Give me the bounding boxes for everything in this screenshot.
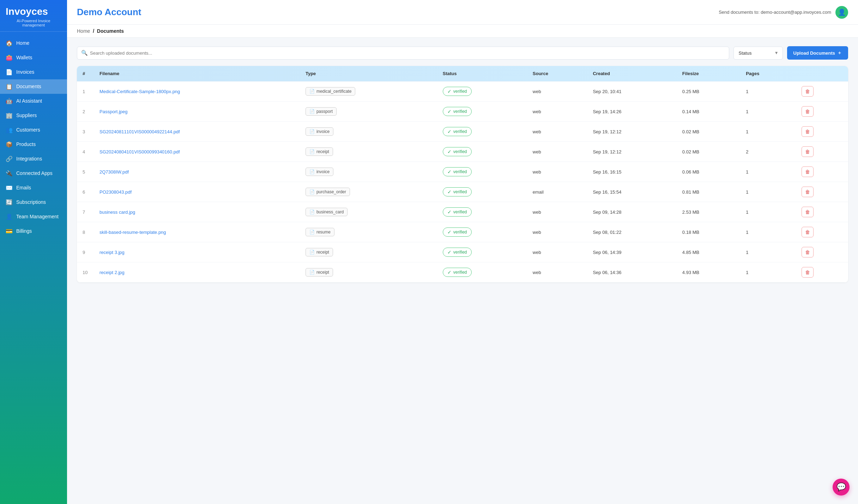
page-title: Demo Account <box>77 7 141 18</box>
sidebar-item-connected-apps[interactable]: 🔌Connected Apps <box>0 166 67 181</box>
sidebar-item-suppliers[interactable]: 🏢Suppliers <box>0 108 67 123</box>
row-num: 9 <box>77 242 94 262</box>
delete-button[interactable]: 🗑 <box>802 106 814 117</box>
table-row: 5 2Q7308IW.pdf 📄invoice ✓verified web Se… <box>77 162 848 182</box>
sidebar-item-invoices[interactable]: 📄Invoices <box>0 65 67 79</box>
status-badge: ✓verified <box>443 227 472 237</box>
search-input[interactable] <box>77 47 729 60</box>
row-created: Sep 06, 14:36 <box>587 262 676 283</box>
documents-table: #FilenameTypeStatusSourceCreatedFilesize… <box>77 66 848 283</box>
upload-documents-button[interactable]: Upload Documents ＋ <box>787 46 848 60</box>
sidebar-item-team-management[interactable]: 👤Team Management <box>0 210 67 224</box>
sidebar-item-label: Billings <box>16 228 32 234</box>
row-type: 📄passport <box>300 102 437 122</box>
doc-icon: 📄 <box>309 169 315 174</box>
sidebar-item-customers[interactable]: 👥Customers <box>0 123 67 137</box>
verified-icon: ✓ <box>447 229 452 235</box>
verified-icon: ✓ <box>447 129 452 134</box>
row-filesize: 0.25 MB <box>677 81 740 102</box>
row-type: 📄receipt <box>300 262 437 283</box>
row-filename: receipt 2.jpg <box>94 262 300 283</box>
delete-button[interactable]: 🗑 <box>802 227 814 237</box>
delete-button[interactable]: 🗑 <box>802 126 814 137</box>
filename-link[interactable]: business card.jpg <box>99 210 135 215</box>
row-created: Sep 19, 12:12 <box>587 142 676 162</box>
row-status: ✓verified <box>437 81 527 102</box>
filename-link[interactable]: Passport.jpeg <box>99 109 128 114</box>
row-type: 📄business_card <box>300 202 437 222</box>
filename-link[interactable]: 2Q7308IW.pdf <box>99 169 129 175</box>
sidebar-item-wallets[interactable]: 👛Wallets <box>0 50 67 65</box>
row-source: web <box>527 102 587 122</box>
doc-icon: 📄 <box>309 89 315 94</box>
sidebar-item-ai-assistant[interactable]: 🤖AI Assistant <box>0 94 67 108</box>
breadcrumb-separator: / <box>93 28 94 34</box>
row-filename: SG20240804101VIS000099340160.pdf <box>94 142 300 162</box>
delete-button[interactable]: 🗑 <box>802 187 814 197</box>
col-pages: Pages <box>740 66 796 81</box>
row-status: ✓verified <box>437 142 527 162</box>
sidebar-item-label: Emails <box>16 185 31 190</box>
row-source: web <box>527 162 587 182</box>
delete-button[interactable]: 🗑 <box>802 86 814 97</box>
row-num: 5 <box>77 162 94 182</box>
delete-button[interactable]: 🗑 <box>802 267 814 278</box>
row-created: Sep 19, 14:26 <box>587 102 676 122</box>
table-body: 1 Medical-Certificate-Sample-1800px.png … <box>77 81 848 283</box>
header-right: Send documents to: demo-account@app.invo… <box>719 6 848 19</box>
sidebar-item-integrations[interactable]: 🔗Integrations <box>0 152 67 166</box>
status-badge: ✓verified <box>443 127 472 136</box>
doc-icon: 📄 <box>309 109 315 114</box>
status-select[interactable]: StatusVerifiedPendingFailed <box>733 47 783 60</box>
status-filter-wrapper: StatusVerifiedPendingFailed ▼ <box>733 47 783 60</box>
doc-icon: 📄 <box>309 129 315 134</box>
status-badge: ✓verified <box>443 207 472 217</box>
filename-link[interactable]: receipt 3.jpg <box>99 250 125 255</box>
filename-link[interactable]: SG20240811101VIS000004922144.pdf <box>99 129 180 134</box>
type-badge: 📄receipt <box>306 147 333 156</box>
sidebar-item-documents[interactable]: 📋Documents <box>0 79 67 94</box>
sidebar-item-emails[interactable]: ✉️Emails <box>0 181 67 195</box>
sidebar-item-subscriptions[interactable]: 🔄Subscriptions <box>0 195 67 210</box>
doc-icon: 📄 <box>309 230 315 235</box>
row-source: email <box>527 182 587 202</box>
invoices-icon: 📄 <box>6 69 13 75</box>
delete-button[interactable]: 🗑 <box>802 146 814 157</box>
sidebar-item-label: AI Assistant <box>16 98 42 104</box>
delete-button[interactable]: 🗑 <box>802 247 814 257</box>
filename-link[interactable]: receipt 2.jpg <box>99 270 125 275</box>
chat-bubble[interactable]: 💬 <box>833 479 850 496</box>
table-row: 2 Passport.jpeg 📄passport ✓verified web … <box>77 102 848 122</box>
sidebar-item-billings[interactable]: 💳Billings <box>0 224 67 238</box>
sidebar-item-label: Products <box>16 141 36 147</box>
verified-icon: ✓ <box>447 189 452 195</box>
avatar[interactable]: 👤 <box>835 6 848 19</box>
ai-assistant-icon: 🤖 <box>6 98 13 104</box>
filename-link[interactable]: PO2308043.pdf <box>99 189 132 195</box>
row-actions: 🗑 <box>796 81 848 102</box>
team-management-icon: 👤 <box>6 213 13 220</box>
row-filename: 2Q7308IW.pdf <box>94 162 300 182</box>
delete-button[interactable]: 🗑 <box>802 166 814 177</box>
sidebar-nav: 🏠Home👛Wallets📄Invoices📋Documents🤖AI Assi… <box>0 35 67 504</box>
header: Demo Account Send documents to: demo-acc… <box>67 0 858 25</box>
sidebar-item-label: Suppliers <box>16 113 37 118</box>
row-filesize: 0.81 MB <box>677 182 740 202</box>
verified-icon: ✓ <box>447 169 452 175</box>
row-type: 📄resume <box>300 222 437 242</box>
sidebar-item-products[interactable]: 📦Products <box>0 137 67 152</box>
row-filesize: 4.93 MB <box>677 262 740 283</box>
row-type: 📄invoice <box>300 122 437 142</box>
filename-link[interactable]: skill-based-resume-template.png <box>99 230 166 235</box>
status-badge: ✓verified <box>443 268 472 277</box>
delete-button[interactable]: 🗑 <box>802 207 814 217</box>
row-source: web <box>527 262 587 283</box>
filename-link[interactable]: SG20240804101VIS000099340160.pdf <box>99 149 180 154</box>
row-source: web <box>527 202 587 222</box>
row-pages: 1 <box>740 81 796 102</box>
sidebar-item-label: Team Management <box>16 214 59 219</box>
sidebar-item-home[interactable]: 🏠Home <box>0 36 67 50</box>
breadcrumb-home[interactable]: Home <box>77 28 90 34</box>
filename-link[interactable]: Medical-Certificate-Sample-1800px.png <box>99 89 180 94</box>
table-row: 4 SG20240804101VIS000099340160.pdf 📄rece… <box>77 142 848 162</box>
